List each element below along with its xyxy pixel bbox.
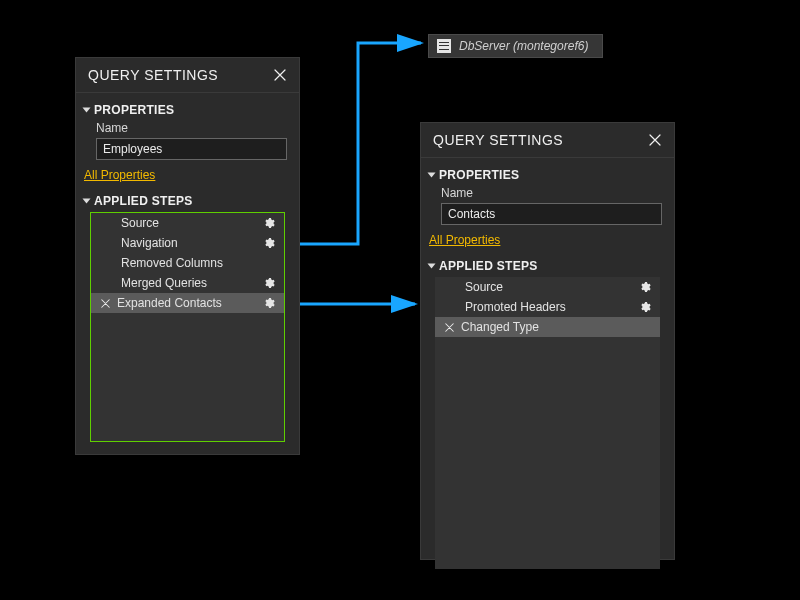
name-input[interactable]: [441, 203, 662, 225]
step-row[interactable]: Navigation: [91, 233, 284, 253]
applied-steps-header[interactable]: APPLIED STEPS: [84, 194, 291, 208]
properties-section: PROPERTIES Name All Properties: [421, 158, 674, 255]
database-icon: [437, 39, 451, 53]
gear-icon[interactable]: [638, 300, 652, 314]
applied-steps-section: APPLIED STEPS SourceNavigationRemoved Co…: [76, 194, 299, 454]
step-row[interactable]: Source: [435, 277, 660, 297]
step-row[interactable]: Removed Columns: [91, 253, 284, 273]
collapse-icon: [83, 199, 91, 204]
gear-icon[interactable]: [638, 280, 652, 294]
delete-step-icon[interactable]: [99, 297, 111, 309]
collapse-icon: [428, 264, 436, 269]
step-row[interactable]: Promoted Headers: [435, 297, 660, 317]
db-server-label: DbServer (montegoref6): [459, 39, 588, 53]
applied-steps-section: APPLIED STEPS SourcePromoted HeadersChan…: [421, 259, 674, 581]
name-input[interactable]: [96, 138, 287, 160]
applied-steps-header[interactable]: APPLIED STEPS: [429, 259, 666, 273]
gear-icon[interactable]: [262, 216, 276, 230]
gear-icon[interactable]: [262, 296, 276, 310]
applied-steps-list: SourcePromoted HeadersChanged Type: [435, 277, 660, 569]
gear-icon[interactable]: [262, 236, 276, 250]
db-server-node[interactable]: DbServer (montegoref6): [428, 34, 603, 58]
properties-header[interactable]: PROPERTIES: [429, 168, 666, 182]
step-row[interactable]: Expanded Contacts: [91, 293, 284, 313]
query-settings-panel-contacts: QUERY SETTINGS PROPERTIES Name All Prope…: [420, 122, 675, 560]
all-properties-link[interactable]: All Properties: [429, 233, 500, 247]
applied-steps-list: SourceNavigationRemoved ColumnsMerged Qu…: [90, 212, 285, 442]
step-label: Source: [465, 280, 503, 294]
step-label: Removed Columns: [121, 256, 223, 270]
panel-header: QUERY SETTINGS: [76, 58, 299, 93]
step-row[interactable]: Source: [91, 213, 284, 233]
all-properties-link[interactable]: All Properties: [84, 168, 155, 182]
name-label: Name: [96, 121, 291, 135]
close-icon[interactable]: [271, 66, 289, 84]
name-label: Name: [441, 186, 666, 200]
delete-step-icon[interactable]: [443, 321, 455, 333]
step-label: Changed Type: [461, 320, 539, 334]
collapse-icon: [83, 108, 91, 113]
step-row[interactable]: Merged Queries: [91, 273, 284, 293]
panel-header: QUERY SETTINGS: [421, 123, 674, 158]
step-label: Source: [121, 216, 159, 230]
collapse-icon: [428, 173, 436, 178]
properties-header[interactable]: PROPERTIES: [84, 103, 291, 117]
step-label: Merged Queries: [121, 276, 207, 290]
query-settings-panel-employees: QUERY SETTINGS PROPERTIES Name All Prope…: [75, 57, 300, 455]
panel-title: QUERY SETTINGS: [433, 132, 563, 148]
step-row[interactable]: Changed Type: [435, 317, 660, 337]
step-label: Expanded Contacts: [117, 296, 222, 310]
step-label: Promoted Headers: [465, 300, 566, 314]
close-icon[interactable]: [646, 131, 664, 149]
panel-title: QUERY SETTINGS: [88, 67, 218, 83]
properties-section: PROPERTIES Name All Properties: [76, 93, 299, 190]
gear-icon[interactable]: [262, 276, 276, 290]
step-label: Navigation: [121, 236, 178, 250]
